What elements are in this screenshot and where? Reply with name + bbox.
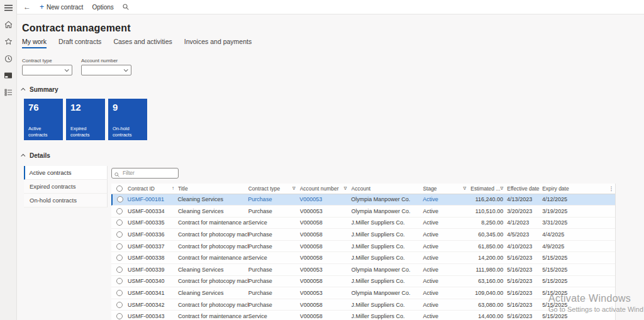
row-select-radio[interactable] — [116, 278, 123, 284]
grid-filter-input[interactable] — [111, 168, 179, 179]
column-header-estimated[interactable]: Estimated ... ∇ — [470, 185, 507, 192]
column-header-title[interactable]: Title — [178, 185, 248, 192]
table-row[interactable]: USMF-000341 Cleaning Services Purchase V… — [111, 287, 615, 299]
table-row[interactable]: USMF-000334 Cleaning Services Purchase V… — [111, 206, 615, 218]
table-row[interactable]: USMF-000335 Contract for maintenance and… — [111, 218, 615, 229]
cell-effective-date: 5/16/2023 — [507, 267, 542, 273]
account-number-dropdown[interactable] — [81, 65, 131, 75]
column-header-contract-id[interactable]: Contract ID ↑ — [128, 185, 178, 192]
tab-draft-contracts[interactable]: Draft contracts — [58, 38, 101, 48]
table-row[interactable]: USMF-000181 Cleaning Services Purchase V… — [111, 194, 615, 206]
row-select-radio[interactable] — [116, 231, 123, 238]
cell-account-number[interactable]: V000058 — [300, 278, 352, 284]
table-row[interactable]: USMF-000342 Contract for photocopy machi… — [111, 299, 615, 311]
table-row[interactable]: USMF-000339 Cleaning Services Purchase V… — [111, 264, 615, 276]
cell-effective-date: 5/16/2023 — [507, 255, 542, 261]
column-header-stage[interactable]: Stage ∇ — [423, 185, 470, 192]
list-item-active-contracts[interactable]: Active contracts — [24, 166, 108, 180]
tile-active-contracts[interactable]: 76 Active contracts — [24, 99, 63, 140]
recent-clock-icon[interactable] — [3, 53, 13, 63]
cell-contract-id[interactable]: USMF-000339 — [128, 267, 178, 273]
row-select-radio[interactable] — [116, 267, 123, 273]
cell-contract-id[interactable]: USMF-000340 — [128, 278, 178, 284]
cell-effective-date: 4/1/2023 — [507, 219, 542, 226]
table-row[interactable]: USMF-000340 Contract for photocopy machi… — [111, 276, 615, 288]
cell-estimated: 116,240.00 — [470, 196, 507, 202]
cell-contract-id[interactable]: USMF-000337 — [128, 243, 178, 250]
column-header-account[interactable]: Account — [352, 185, 423, 192]
filter-funnel-icon[interactable]: ∇ — [344, 186, 347, 191]
favorites-star-icon[interactable] — [3, 36, 13, 47]
column-header-contract-type[interactable]: Contract type ∇ — [248, 185, 300, 192]
home-icon[interactable] — [3, 19, 13, 30]
cell-contract-type: Purchase — [248, 231, 300, 238]
row-select-radio[interactable] — [116, 208, 123, 214]
cell-account-number[interactable]: V000058 — [300, 219, 352, 226]
table-row[interactable]: USMF-000338 Contract for maintenance and… — [111, 252, 615, 264]
back-button[interactable]: ← — [23, 3, 31, 11]
filter-funnel-icon[interactable]: ∇ — [292, 186, 296, 191]
row-select-radio[interactable] — [116, 219, 123, 226]
cell-contract-id[interactable]: USMF-000336 — [128, 231, 178, 238]
row-select-radio[interactable] — [116, 302, 123, 308]
cell-effective-date: 5/16/2023 — [507, 278, 542, 284]
summary-section-header[interactable]: Summary — [22, 86, 644, 93]
cell-contract-type: Service — [248, 313, 300, 319]
cell-account: J.Miller Suppliers Co. — [352, 302, 423, 308]
table-row[interactable]: USMF-000337 Contract for photocopy machi… — [111, 241, 615, 253]
cell-contract-id[interactable]: USMF-000334 — [128, 208, 178, 214]
list-item-on-hold-contracts[interactable]: On-hold contracts — [24, 194, 108, 207]
table-row[interactable]: USMF-000336 Contract for photocopy machi… — [111, 229, 615, 241]
cell-account-number[interactable]: V000058 — [300, 243, 352, 250]
new-contract-button[interactable]: + New contract — [40, 3, 83, 11]
cell-contract-id[interactable]: USMF-000338 — [128, 255, 178, 261]
row-select-radio[interactable] — [116, 255, 123, 261]
select-all-radio[interactable] — [116, 185, 123, 192]
tile-expired-contracts[interactable]: 12 Expired contracts — [66, 99, 105, 140]
cell-contract-id[interactable]: USMF-000342 — [128, 302, 178, 308]
row-select-radio[interactable] — [116, 313, 123, 319]
workspaces-icon[interactable] — [3, 70, 13, 80]
cell-expiry-date: 5/15/2025 — [542, 278, 608, 284]
account-number-label: Account number — [81, 58, 131, 63]
cell-account-number[interactable]: V000058 — [300, 313, 352, 319]
options-menu-button[interactable]: Options — [92, 4, 113, 11]
tab-cases-and-activities[interactable]: Cases and activities — [113, 38, 172, 48]
cell-contract-type: Purchase — [248, 196, 299, 202]
more-options-icon[interactable]: ⋮ — [609, 185, 614, 192]
column-header-effective-date[interactable]: Effective date — [507, 185, 542, 192]
cell-expiry-date: 5/15/2025 — [542, 313, 608, 319]
cell-account-number[interactable]: V000053 — [300, 290, 352, 296]
cell-account: Olympia Manpower Co. — [352, 267, 423, 273]
filter-funnel-icon[interactable]: ∇ — [464, 186, 467, 191]
column-header-account-number[interactable]: Account number ∇ — [300, 185, 352, 192]
contract-type-dropdown[interactable] — [22, 65, 72, 75]
cell-account-number[interactable]: V000053 — [299, 196, 351, 202]
cell-contract-id[interactable]: USMF-000343 — [128, 313, 178, 319]
cell-contract-id[interactable]: USMF-000335 — [128, 219, 178, 226]
row-select-radio[interactable] — [117, 196, 123, 202]
cell-account-number[interactable]: V000058 — [300, 231, 352, 238]
row-select-radio[interactable] — [116, 243, 123, 250]
hamburger-menu-icon[interactable] — [3, 3, 13, 13]
cell-contract-id[interactable]: USMF-000341 — [128, 290, 178, 296]
cell-account-number[interactable]: V000058 — [300, 255, 352, 261]
tab-invoices-and-payments[interactable]: Invoices and payments — [184, 38, 252, 48]
column-header-expiry-date[interactable]: Expiry date — [542, 185, 608, 192]
cell-contract-id[interactable]: USMF-000181 — [127, 196, 177, 202]
cell-account-number[interactable]: V000053 — [300, 208, 352, 214]
cell-account-number[interactable]: V000058 — [300, 302, 352, 308]
list-item-expired-contracts[interactable]: Expired contracts — [24, 180, 108, 194]
contract-management-app: ← + New contract Options Contract manage… — [0, 0, 644, 320]
tab-my-work[interactable]: My work — [22, 38, 47, 48]
tile-on-hold-contracts[interactable]: 9 On-hold contracts — [108, 99, 147, 140]
table-row[interactable]: USMF-000343 Contract for maintenance and… — [111, 311, 615, 320]
cell-title: Contract for maintenance and r... — [178, 219, 248, 226]
cell-title: Contract for maintenance and r... — [178, 255, 248, 261]
cell-account-number[interactable]: V000053 — [300, 267, 352, 273]
modules-list-icon[interactable] — [3, 87, 13, 97]
row-select-radio[interactable] — [116, 290, 123, 296]
search-icon[interactable] — [123, 4, 129, 10]
filter-funnel-icon[interactable]: ∇ — [501, 186, 504, 191]
details-section-header[interactable]: Details — [22, 152, 644, 159]
